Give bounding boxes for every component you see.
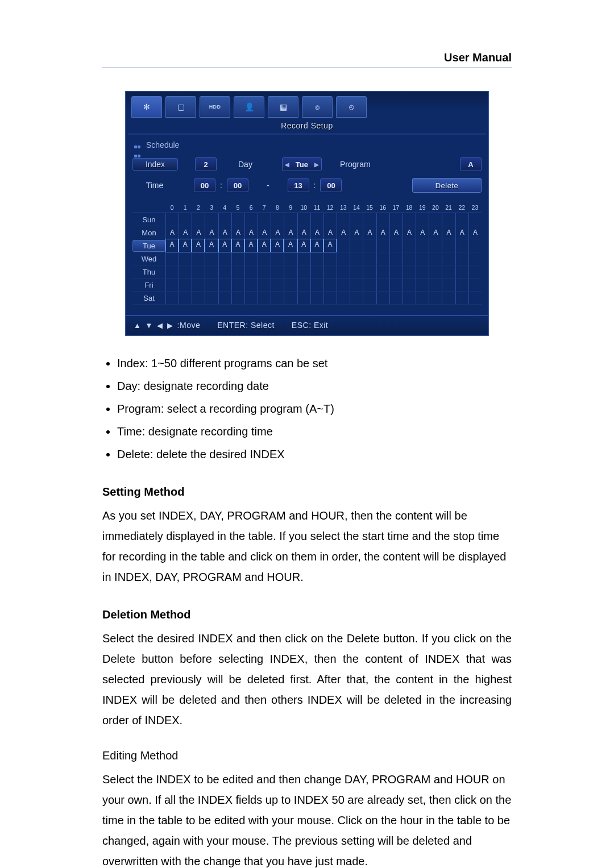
schedule-cell[interactable]: A: [389, 226, 403, 239]
schedule-cell[interactable]: [192, 252, 205, 265]
schedule-cell[interactable]: A: [165, 226, 179, 239]
schedule-cell[interactable]: [403, 292, 416, 304]
time-end-mm[interactable]: 00: [320, 178, 342, 192]
day-label[interactable]: Sun: [132, 214, 165, 225]
schedule-cell[interactable]: A: [179, 226, 192, 239]
schedule-cell[interactable]: [297, 252, 310, 265]
schedule-cell[interactable]: [429, 239, 442, 252]
schedule-cell[interactable]: A: [192, 226, 205, 239]
schedule-cell[interactable]: [323, 265, 337, 278]
schedule-cell[interactable]: [310, 279, 323, 291]
schedule-cell[interactable]: [468, 265, 482, 278]
day-label[interactable]: Thu: [132, 267, 165, 277]
schedule-cell[interactable]: A: [205, 239, 218, 252]
schedule-cell[interactable]: [416, 213, 429, 226]
schedule-cell[interactable]: A: [284, 239, 297, 252]
schedule-cell[interactable]: [442, 265, 455, 278]
schedule-cell[interactable]: [323, 213, 337, 226]
schedule-cell[interactable]: A: [271, 239, 284, 252]
schedule-cell[interactable]: [363, 279, 376, 291]
schedule-cell[interactable]: [363, 239, 376, 252]
schedule-row[interactable]: MonAAAAAAAAAAAAAAAAAAAAAAAA: [132, 226, 482, 239]
schedule-cell[interactable]: [468, 292, 482, 304]
schedule-cell[interactable]: [205, 265, 218, 278]
schedule-cell[interactable]: [350, 265, 363, 278]
schedule-cell[interactable]: [403, 252, 416, 265]
tab-hdd[interactable]: HDD: [200, 96, 230, 118]
schedule-cell[interactable]: [192, 292, 205, 304]
schedule-row[interactable]: Fri: [132, 279, 482, 292]
schedule-cell[interactable]: [350, 252, 363, 265]
schedule-cell[interactable]: [271, 279, 284, 291]
schedule-cell[interactable]: [165, 213, 179, 226]
schedule-cell[interactable]: A: [442, 226, 455, 239]
schedule-cell[interactable]: [442, 292, 455, 304]
schedule-cell[interactable]: [179, 252, 192, 265]
schedule-cell[interactable]: [363, 265, 376, 278]
schedule-cell[interactable]: [165, 292, 179, 304]
tab-system[interactable]: ✻: [131, 96, 162, 118]
schedule-cell[interactable]: [363, 292, 376, 304]
schedule-cell[interactable]: [165, 252, 179, 265]
schedule-cell[interactable]: [205, 252, 218, 265]
schedule-cell[interactable]: [376, 265, 389, 278]
schedule-cell[interactable]: [350, 292, 363, 304]
schedule-cell[interactable]: [416, 279, 429, 291]
schedule-cell[interactable]: A: [403, 226, 416, 239]
delete-button[interactable]: Delete: [412, 178, 482, 193]
schedule-cell[interactable]: [389, 239, 403, 252]
schedule-cell[interactable]: [389, 213, 403, 226]
chevron-left-icon[interactable]: ◀: [285, 161, 289, 168]
day-label[interactable]: Fri: [132, 280, 165, 290]
tab-user[interactable]: 👤: [234, 96, 264, 118]
day-label[interactable]: Tue: [132, 240, 165, 252]
schedule-cell[interactable]: A: [323, 226, 337, 239]
schedule-cell[interactable]: [389, 279, 403, 291]
schedule-cell[interactable]: [179, 265, 192, 278]
schedule-cell[interactable]: A: [337, 226, 350, 239]
schedule-cell[interactable]: [323, 252, 337, 265]
schedule-cell[interactable]: [244, 265, 258, 278]
schedule-row[interactable]: Sat: [132, 292, 482, 305]
schedule-cell[interactable]: [244, 252, 258, 265]
time-start-hh[interactable]: 00: [194, 178, 215, 192]
schedule-cell[interactable]: [376, 213, 389, 226]
schedule-cell[interactable]: [297, 279, 310, 291]
schedule-cell[interactable]: [363, 252, 376, 265]
schedule-cell[interactable]: [258, 292, 271, 304]
day-label[interactable]: Sat: [132, 293, 165, 304]
schedule-cell[interactable]: [455, 252, 468, 265]
schedule-row[interactable]: Thu: [132, 265, 482, 279]
schedule-cell[interactable]: [218, 292, 231, 304]
schedule-cell[interactable]: A: [310, 239, 323, 252]
schedule-cell[interactable]: A: [323, 239, 337, 252]
schedule-cell[interactable]: [376, 252, 389, 265]
schedule-cell[interactable]: [350, 279, 363, 291]
schedule-cell[interactable]: [231, 292, 244, 304]
schedule-cell[interactable]: [442, 213, 455, 226]
schedule-cell[interactable]: [192, 213, 205, 226]
tab-tools[interactable]: ⌾: [302, 96, 333, 118]
time-start-mm[interactable]: 00: [227, 178, 248, 192]
schedule-cell[interactable]: [376, 292, 389, 304]
schedule-cell[interactable]: A: [271, 226, 284, 239]
schedule-cell[interactable]: A: [310, 226, 323, 239]
schedule-cell[interactable]: A: [297, 239, 310, 252]
schedule-cell[interactable]: A: [376, 226, 389, 239]
schedule-cell[interactable]: [416, 265, 429, 278]
schedule-cell[interactable]: [310, 213, 323, 226]
schedule-cell[interactable]: [244, 213, 258, 226]
schedule-cell[interactable]: [389, 265, 403, 278]
schedule-cell[interactable]: [455, 239, 468, 252]
schedule-cell[interactable]: [455, 292, 468, 304]
schedule-cell[interactable]: [337, 252, 350, 265]
schedule-cell[interactable]: [442, 239, 455, 252]
tab-display[interactable]: ▢: [165, 96, 196, 118]
schedule-cell[interactable]: A: [192, 239, 205, 252]
schedule-cell[interactable]: [416, 292, 429, 304]
schedule-cell[interactable]: [337, 292, 350, 304]
schedule-cell[interactable]: A: [231, 226, 244, 239]
schedule-cell[interactable]: A: [455, 226, 468, 239]
schedule-cell[interactable]: [231, 265, 244, 278]
schedule-cell[interactable]: [455, 265, 468, 278]
